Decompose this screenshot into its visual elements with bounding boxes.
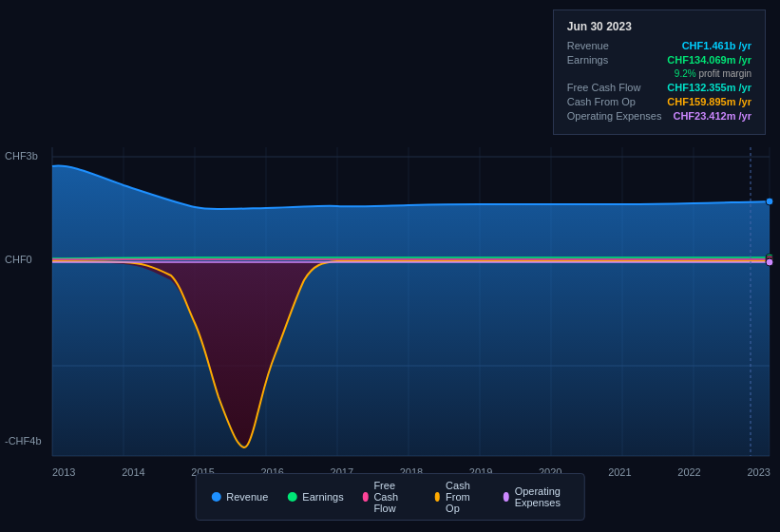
tooltip-row-fcf: Free Cash Flow CHF132.355m /yr — [567, 82, 751, 93]
legend-label-cashfromop: Cash From Op — [446, 480, 485, 514]
tooltip-row-earnings: Earnings CHF134.069m /yr — [567, 54, 751, 66]
y-label-top: CHF3b — [5, 150, 38, 162]
legend-item-earnings[interactable]: Earnings — [287, 491, 343, 503]
x-label-2021: 2021 — [608, 466, 631, 478]
legend-label-earnings: Earnings — [302, 491, 343, 503]
legend-label-opex: Operating Expenses — [515, 485, 569, 508]
legend-item-fcf[interactable]: Free Cash Flow — [363, 480, 416, 514]
legend-item-revenue[interactable]: Revenue — [211, 491, 268, 503]
x-label-2022: 2022 — [677, 466, 700, 478]
tooltip: Jun 30 2023 Revenue CHF1.461b /yr Earnin… — [553, 10, 766, 135]
x-label-2023: 2023 — [747, 466, 770, 478]
tooltip-row-revenue: Revenue CHF1.461b /yr — [567, 40, 751, 51]
y-label-bot: -CHF4b — [5, 435, 42, 446]
chart-container: CHF3b CHF0 -CHF4b 2013 2014 2015 2016 20… — [0, 0, 780, 532]
tooltip-row-opex: Operating Expenses CHF23.412m /yr — [567, 110, 751, 122]
x-label-2014: 2014 — [122, 466, 144, 478]
legend-dot-cashfromop — [434, 492, 440, 502]
tooltip-value-revenue: CHF1.461b /yr — [682, 40, 751, 51]
profit-margin-text: 9.2% profit margin — [675, 68, 751, 79]
legend: Revenue Earnings Free Cash Flow Cash Fro… — [195, 473, 585, 521]
tooltip-label-revenue: Revenue — [567, 40, 609, 51]
profit-margin-pct: 9.2% — [675, 68, 696, 79]
svg-point-21 — [766, 258, 773, 266]
tooltip-value-earnings: CHF134.069m /yr — [667, 54, 751, 66]
profit-margin-row: 9.2% profit margin — [567, 68, 751, 79]
tooltip-label-earnings: Earnings — [567, 54, 608, 66]
x-label-2013: 2013 — [52, 466, 75, 478]
tooltip-label-cashfromop: Cash From Op — [567, 96, 636, 107]
legend-dot-opex — [504, 492, 509, 502]
legend-label-revenue: Revenue — [226, 491, 268, 503]
tooltip-value-opex: CHF23.412m /yr — [673, 110, 751, 122]
legend-label-fcf: Free Cash Flow — [373, 480, 415, 514]
legend-dot-fcf — [363, 492, 369, 502]
legend-dot-revenue — [211, 492, 220, 502]
tooltip-value-fcf: CHF132.355m /yr — [667, 82, 751, 93]
legend-item-opex[interactable]: Operating Expenses — [504, 485, 569, 508]
tooltip-row-cashfromop: Cash From Op CHF159.895m /yr — [567, 96, 751, 107]
legend-dot-earnings — [287, 492, 296, 502]
tooltip-label-fcf: Free Cash Flow — [567, 82, 641, 93]
tooltip-date: Jun 30 2023 — [567, 20, 751, 33]
svg-point-17 — [766, 198, 773, 205]
legend-item-cashfromop[interactable]: Cash From Op — [434, 480, 484, 514]
y-label-mid: CHF0 — [5, 254, 32, 265]
tooltip-label-opex: Operating Expenses — [567, 110, 662, 122]
tooltip-value-cashfromop: CHF159.895m /yr — [667, 96, 751, 107]
